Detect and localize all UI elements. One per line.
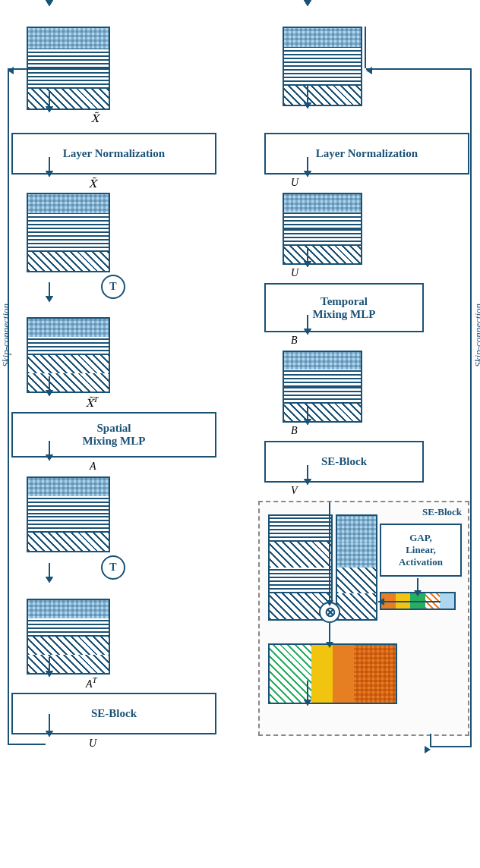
left-AT-tensor bbox=[27, 599, 110, 675]
left-xtilde-label2: X̃ bbox=[89, 178, 96, 190]
right-B-label2: B bbox=[291, 425, 298, 437]
right-input-tensor bbox=[283, 27, 362, 106]
left-skip-bottom bbox=[8, 744, 46, 745]
right-B-label1: B bbox=[291, 335, 298, 347]
left-transposed-tensor bbox=[27, 317, 110, 393]
right-se-block-box: SE-Block bbox=[264, 441, 424, 483]
right-gap-arrowhead bbox=[378, 598, 384, 605]
right-skip-line-vert bbox=[470, 68, 472, 747]
right-V-label: V bbox=[291, 485, 298, 497]
right-gap-box: GAP,Linear,Activation bbox=[380, 524, 462, 577]
right-v-to-mult-line bbox=[329, 502, 330, 602]
left-skip-line-vert bbox=[8, 68, 9, 744]
right-v-arrowhead bbox=[326, 600, 333, 606]
left-AT-label: AT bbox=[86, 675, 97, 690]
right-mult-out-line bbox=[329, 623, 330, 643]
right-skip-connect-arrow bbox=[366, 67, 372, 74]
right-post-norm-tensor bbox=[283, 193, 362, 265]
right-gap-horiz-arrow bbox=[378, 601, 441, 602]
right-mult-arrowhead bbox=[326, 642, 333, 648]
right-layer-norm-box: Layer Normalization bbox=[264, 133, 469, 175]
left-A-tensor bbox=[27, 476, 110, 552]
right-top-skip-vertical bbox=[365, 27, 366, 68]
left-A-label: A bbox=[90, 461, 96, 473]
right-gap-arrowhead2 bbox=[414, 590, 422, 596]
left-transpose-circle1: T bbox=[101, 275, 125, 299]
right-U-label1: U bbox=[291, 177, 298, 189]
right-skip-top bbox=[366, 68, 470, 70]
diagram-container: X̃ Layer Normalization X̃ T X̃T bbox=[0, 0, 480, 868]
left-skip-connect-arrow bbox=[8, 67, 14, 74]
right-skip-bottom-arrow bbox=[425, 746, 431, 753]
se-output-tensor bbox=[268, 643, 397, 704]
left-spatial-mlp-box: SpatialMixing MLP bbox=[11, 412, 216, 458]
left-input-tensor bbox=[27, 27, 110, 110]
left-skip-label: Skip-connection bbox=[0, 303, 12, 367]
right-temporal-mlp-box: TemporalMixing MLP bbox=[264, 283, 424, 332]
right-B-tensor bbox=[283, 351, 362, 423]
left-transpose-circle2: T bbox=[101, 555, 125, 580]
right-skip-bottom bbox=[430, 746, 470, 747]
left-post-norm-tensor bbox=[27, 193, 110, 272]
left-U-label: U bbox=[89, 737, 96, 750]
left-xtilde-label1: X̃ bbox=[91, 112, 99, 125]
left-se-block-box: SE-Block bbox=[11, 693, 216, 734]
right-skip-label: Skip-connection bbox=[472, 303, 480, 367]
right-U-label2: U bbox=[291, 267, 298, 279]
se-input-tensor-right bbox=[336, 514, 377, 621]
se-inner-label: SE-Block bbox=[422, 506, 462, 518]
left-xtildeT-label: X̃T bbox=[86, 395, 98, 410]
left-layer-norm-box: Layer Normalization bbox=[11, 133, 216, 175]
